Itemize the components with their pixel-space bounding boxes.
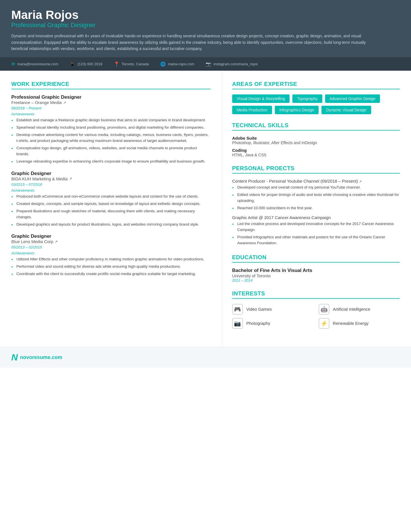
interest-renewable-energy: ⚡ Renewable Energy (319, 318, 400, 329)
personal-projects-title: PERSONAL PROECTS (232, 165, 400, 174)
skill-detail-1: Photoshop, Illustrator, After Effects an… (232, 140, 400, 145)
technical-skills-title: TECHNICAL SKILLS (232, 122, 400, 131)
skill-name-1: Adobe Suite (232, 136, 400, 140)
proj-bullet: Edited videos for proper timings of audi… (232, 192, 400, 204)
interests-title: INTERESTS (232, 290, 400, 299)
bullet: Developed graphics and layouts for produ… (11, 222, 210, 228)
skill-1: Adobe Suite Photoshop, Illustrator, Afte… (232, 136, 400, 145)
external-link-icon-proj1: ↗ (359, 180, 362, 183)
interest-photography: 📷 Photography (232, 318, 313, 329)
bullet: Conceptualize logo design, gif animation… (11, 145, 210, 157)
proj-bullet: Developed concept and overall content of… (232, 185, 400, 191)
candidate-name: Maria Rojos (11, 8, 400, 21)
tag-typography: Typography (292, 94, 322, 103)
skill-name-2: Coding (232, 148, 400, 153)
phone-icon: 📱 (69, 61, 75, 67)
job-title-1: Professional Graphic Designer (11, 94, 210, 100)
job-title-3: Graphic Designer (11, 233, 210, 239)
logo-n-icon: N (11, 352, 18, 363)
proj-bullet: Provided infographics and other material… (232, 234, 400, 246)
resume-header: Maria Rojos Professional Graphic Designe… (0, 0, 411, 57)
job-date-1: 08/2018 – Present (11, 106, 210, 110)
external-link-icon-2: ↗ (69, 177, 72, 181)
instagram-icon: 📷 (206, 61, 211, 67)
job-bullets-2: Produced both eCommerce and non-eCommerc… (11, 194, 210, 228)
contact-phone: 📱 (123) 600 2019 (69, 61, 102, 67)
proj-bullet: Reached 10.000 subscribers in the first … (232, 205, 400, 211)
work-experience-section: WORK EXPERIENCE Professional Graphic Des… (11, 81, 210, 277)
footer-logo-text: novoresume.com (20, 354, 62, 360)
proj-bullet: Led the creative process and developed i… (232, 221, 400, 233)
bullet: Created designs, concepts, and sample la… (11, 201, 210, 207)
project-bullets-2: Led the creative process and developed i… (232, 221, 400, 246)
skill-detail-2: HTML, Java & CSS (232, 153, 400, 157)
education-title: EDUCATION (232, 254, 400, 263)
candidate-summary: Dynamic and innovative professional with… (11, 33, 379, 52)
globe-icon: 🌐 (160, 61, 166, 67)
job-block-3: Graphic Designer Blue Lens Media Corp ↗ … (11, 233, 210, 277)
job-block-1: Professional Graphic Designer Freelance … (11, 94, 210, 164)
project-title-2: Graphic Artist @ 2017 Cancer Awareness C… (232, 215, 400, 220)
project-1: Content Producer - Personal Youtube Chan… (232, 179, 400, 211)
skill-2: Coding HTML, Java & CSS (232, 148, 400, 157)
bullet: Coordinate with the client to successful… (11, 271, 210, 277)
project-2: Graphic Artist @ 2017 Cancer Awareness C… (232, 215, 400, 246)
tag-infographics: Infographics Design (275, 106, 319, 114)
edu-date: 2011 – 2014 (232, 278, 400, 282)
job-bullets-1: Establish and manage a freelance graphic… (11, 117, 210, 164)
achievements-label-2: Achievements (11, 188, 210, 193)
external-link-icon-1: ↗ (63, 101, 66, 105)
bullet: Utilized After Effects and other compute… (11, 256, 210, 262)
external-link-icon-3: ↗ (55, 240, 58, 244)
edu-school: University of Toronto (232, 273, 400, 278)
expertise-section: AREAS OF EXPERTISE Visual Design & Story… (232, 81, 400, 114)
job-company-3: Blue Lens Media Corp ↗ (11, 239, 210, 244)
photography-icon: 📷 (232, 318, 243, 329)
candidate-title: Professional Graphic Designer (11, 21, 400, 29)
job-date-3: 05/2013 – 02/2015 (11, 245, 210, 249)
tag-media-production: Media Production (232, 106, 272, 114)
bullet: Establish and manage a freelance graphic… (11, 117, 210, 123)
interests-grid: 🎮 Video Games 🤖 Artificial Intelligence … (232, 304, 400, 329)
email-icon: ✉ (11, 61, 15, 67)
project-bullets-1: Developed concept and overall content of… (232, 185, 400, 211)
contact-website[interactable]: 🌐 maria-rojos.com (160, 61, 194, 67)
achievements-label-3: Achievements (11, 251, 210, 255)
bullet: Produced both eCommerce and non-eCommerc… (11, 194, 210, 200)
bullet: Leverage rebranding expertise in enhanci… (11, 159, 210, 165)
location-icon: 📍 (114, 61, 119, 67)
personal-projects-section: PERSONAL PROECTS Content Producer - Pers… (232, 165, 400, 246)
job-company-2: BIDA KUH Marketing & Media ↗ (11, 176, 210, 181)
expertise-title: AREAS OF EXPERTISE (232, 81, 400, 89)
footer-logo: N novoresume.com (11, 352, 62, 363)
bullet: Develop creative advertising content for… (11, 132, 210, 144)
bullet: Prepared illustrations and rough sketche… (11, 208, 210, 220)
edu-degree: Bachelor of Fine Arts in Visual Arts (232, 268, 400, 273)
job-bullets-3: Utilized After Effects and other compute… (11, 256, 210, 277)
education-section: EDUCATION Bachelor of Fine Arts in Visua… (232, 254, 400, 282)
tag-dynamic-visual: Dynamic Visual Design (321, 106, 371, 114)
project-title-1: Content Producer - Personal Youtube Chan… (232, 179, 400, 183)
video-games-icon: 🎮 (232, 304, 243, 315)
bullet: Spearhead visual identity including bran… (11, 125, 210, 131)
interests-section: INTERESTS 🎮 Video Games 🤖 Artificial Int… (232, 290, 400, 329)
work-experience-title: WORK EXPERIENCE (11, 81, 210, 89)
contact-bar: ✉ maria@novoresume.com 📱 (123) 600 2019 … (0, 57, 411, 71)
main-content: WORK EXPERIENCE Professional Graphic Des… (0, 71, 411, 347)
contact-instagram[interactable]: 📷 instagram.com/maria_rojos (206, 61, 258, 67)
bullet: Performed video and sound editing for di… (11, 264, 210, 270)
job-title-2: Graphic Designer (11, 171, 210, 176)
interest-ai: 🤖 Artificial Intelligence (319, 304, 400, 315)
job-date-2: 03/2015 – 07/2018 (11, 182, 210, 187)
job-block-2: Graphic Designer BIDA KUH Marketing & Me… (11, 171, 210, 228)
expertise-tags: Visual Design & Storytelling Typography … (232, 94, 400, 114)
renewable-energy-icon: ⚡ (319, 318, 329, 329)
tag-advanced-graphic: Advanced Graphic Design (325, 94, 380, 103)
technical-skills-section: TECHNICAL SKILLS Adobe Suite Photoshop, … (232, 122, 400, 157)
job-company-1: Freelance – Orange Media ↗ (11, 100, 210, 105)
ai-icon: 🤖 (319, 304, 329, 315)
left-column: WORK EXPERIENCE Professional Graphic Des… (0, 71, 222, 347)
page-footer: N novoresume.com (0, 347, 411, 368)
tag-visual-design: Visual Design & Storytelling (232, 94, 290, 103)
right-column: AREAS OF EXPERTISE Visual Design & Story… (222, 71, 411, 347)
